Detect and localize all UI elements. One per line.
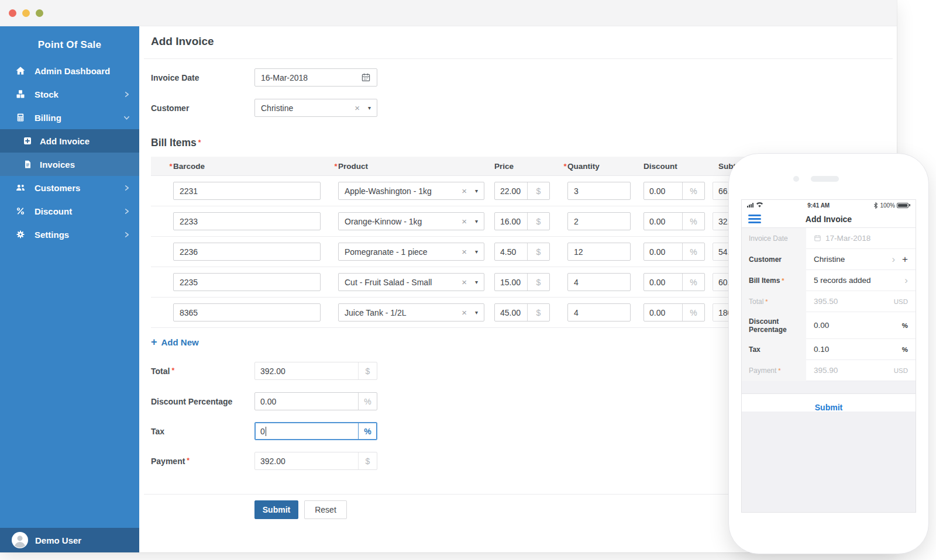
currency-addon: $ (527, 304, 549, 321)
column-quantity: Quantity (567, 162, 600, 171)
calendar-icon[interactable] (361, 72, 371, 82)
sidebar-item-add-invoice[interactable]: Add Invoice (0, 129, 139, 153)
phone-customer-row[interactable]: Customer Christine › + (742, 249, 916, 270)
barcode-input[interactable]: 2231 (173, 182, 321, 200)
bluetooth-icon (873, 202, 878, 209)
clear-icon[interactable]: × (462, 186, 467, 196)
window-zoom-button[interactable] (36, 9, 43, 17)
currency-addon: $ (358, 362, 377, 379)
total-label: Total* (151, 367, 250, 376)
clear-icon[interactable]: × (462, 247, 467, 257)
caret-down-icon[interactable]: ▾ (475, 218, 478, 224)
cell-signal-icon (747, 203, 753, 208)
hamburger-menu-icon[interactable] (748, 215, 761, 223)
product-select[interactable]: Juice Tank - 1/2L × ▾ (338, 303, 484, 322)
column-product: Product (338, 162, 368, 171)
phone-camera (793, 176, 799, 182)
status-time: 9:41 AM (763, 202, 873, 209)
tax-input[interactable]: 0 % (254, 422, 377, 440)
sidebar-item-customers[interactable]: Customers (0, 176, 139, 199)
column-barcode: Barcode (173, 162, 205, 171)
sidebar-item-settings[interactable]: Settings (0, 223, 139, 246)
price-input[interactable]: 16.00 $ (494, 212, 550, 230)
phone-bill-items-row[interactable]: Bill Items* 5 records added › (742, 270, 916, 291)
chevron-right-icon: › (892, 254, 895, 264)
discount-input[interactable]: 0.00 % (644, 303, 705, 322)
phone-total-row: Total* 395.50 USD (742, 291, 916, 312)
chevron-right-icon (123, 89, 130, 99)
bill-items-heading: Bill Items* (151, 137, 201, 149)
phone-payment-row: Payment* 395.90 USD (742, 360, 916, 381)
phone-nav-title: Add Invoice (806, 215, 852, 224)
invoice-date-input[interactable]: 16-Mar-2018 (254, 68, 377, 87)
discount-input[interactable]: 0.00 % (644, 212, 705, 230)
reset-button[interactable]: Reset (304, 500, 347, 519)
sidebar-item-billing[interactable]: Billing (0, 106, 139, 129)
phone-invoice-date-row[interactable]: Invoice Date 17-Mar-2018 (742, 228, 916, 249)
product-select[interactable]: Apple-Washington - 1kg × ▾ (338, 182, 484, 200)
price-input[interactable]: 22.00 $ (494, 182, 550, 200)
discount-percentage-input[interactable]: 0.00 % (254, 392, 377, 410)
window-minimize-button[interactable] (22, 9, 30, 17)
discount-input[interactable]: 0.00 % (644, 243, 705, 261)
required-marker: * (198, 139, 201, 147)
price-input[interactable]: 45.00 $ (494, 303, 550, 322)
sidebar-item-stock[interactable]: Stock (0, 82, 139, 106)
barcode-input[interactable]: 2236 (173, 243, 321, 261)
gear-icon (14, 230, 27, 239)
total-field: 392.00 $ (254, 362, 377, 380)
clear-icon[interactable]: × (462, 277, 467, 287)
percent-addon: % (682, 182, 704, 199)
chevron-right-icon (123, 183, 130, 193)
plus-icon: + (151, 336, 157, 348)
product-select[interactable]: Orange-Kinnow - 1kg × ▾ (338, 212, 484, 230)
clear-icon[interactable]: × (462, 216, 467, 226)
home-icon (14, 65, 27, 76)
product-select[interactable]: Pomegranate - 1 piece × ▾ (338, 243, 484, 261)
plus-square-icon (22, 136, 33, 146)
barcode-input[interactable]: 8365 (173, 303, 321, 322)
barcode-input[interactable]: 2233 (173, 212, 321, 230)
quantity-input[interactable]: 2 (567, 212, 631, 230)
chevron-down-icon (123, 113, 130, 123)
submit-button[interactable]: Submit (254, 500, 298, 519)
sidebar-item-discount[interactable]: Discount (0, 199, 139, 223)
clear-icon[interactable]: × (355, 103, 360, 113)
customer-select[interactable]: Christine × ▾ (254, 99, 377, 117)
quantity-input[interactable]: 4 (567, 273, 631, 291)
user-name: Demo User (35, 535, 81, 545)
caret-down-icon[interactable]: ▾ (475, 248, 478, 255)
discount-input[interactable]: 0.00 % (644, 182, 705, 200)
quantity-input[interactable]: 4 (567, 303, 631, 322)
user-menu[interactable]: Demo User (0, 528, 139, 552)
customer-label: Customer (151, 103, 189, 113)
barcode-input[interactable]: 2235 (173, 273, 321, 291)
add-new-button[interactable]: + Add New (151, 336, 199, 348)
product-select[interactable]: Cut - Fruit Salad - Small × ▾ (338, 273, 484, 291)
caret-down-icon[interactable]: ▾ (475, 279, 478, 285)
percent-addon: % (358, 423, 377, 440)
sidebar-item-invoices[interactable]: Invoices (0, 153, 139, 176)
battery-percent: 100% (880, 202, 895, 209)
window-titlebar (0, 0, 897, 26)
phone-tax-row[interactable]: Tax 0.10 % (742, 339, 916, 360)
chevron-right-icon (123, 206, 130, 216)
window-close-button[interactable] (9, 9, 16, 17)
tax-label: Tax (151, 427, 250, 436)
sidebar-item-admin-dashboard[interactable]: Admin Dashboard (0, 59, 139, 82)
phone-discount-percentage-row[interactable]: Discount Percentage 0.00 % (742, 312, 916, 339)
calculator-icon (14, 113, 27, 122)
price-input[interactable]: 15.00 $ (494, 273, 550, 291)
percent-icon (14, 206, 27, 216)
currency-addon: $ (527, 182, 549, 199)
quantity-input[interactable]: 12 (567, 243, 631, 261)
price-input[interactable]: 4.50 $ (494, 243, 550, 261)
add-customer-icon[interactable]: + (902, 254, 908, 265)
clear-icon[interactable]: × (462, 307, 467, 317)
discount-input[interactable]: 0.00 % (644, 273, 705, 291)
caret-down-icon[interactable]: ▾ (475, 309, 478, 316)
caret-down-icon[interactable]: ▾ (368, 105, 371, 111)
quantity-input[interactable]: 3 (567, 182, 631, 200)
phone-mockup: 9:41 AM 100% Add Invoice Invoice Date 17… (728, 153, 929, 554)
caret-down-icon[interactable]: ▾ (475, 188, 478, 194)
